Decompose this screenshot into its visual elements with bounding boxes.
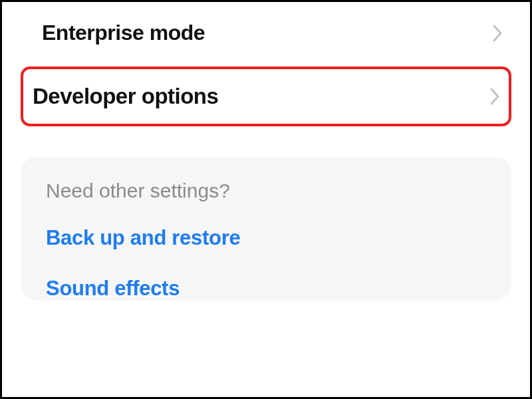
suggestion-card: Need other settings? Back up and restore… bbox=[21, 157, 511, 301]
settings-row-enterprise-mode[interactable]: Enterprise mode bbox=[2, 2, 530, 66]
chevron-right-icon bbox=[489, 86, 501, 106]
link-back-up-and-restore[interactable]: Back up and restore bbox=[46, 226, 493, 250]
link-sound-effects[interactable]: Sound effects bbox=[46, 277, 493, 301]
suggestion-title: Need other settings? bbox=[46, 180, 493, 202]
settings-label: Enterprise mode bbox=[42, 21, 205, 45]
chevron-right-icon bbox=[491, 23, 503, 43]
settings-row-developer-options[interactable]: Developer options bbox=[23, 69, 509, 124]
settings-label: Developer options bbox=[33, 84, 218, 109]
highlight-developer-options: Developer options bbox=[21, 66, 511, 126]
